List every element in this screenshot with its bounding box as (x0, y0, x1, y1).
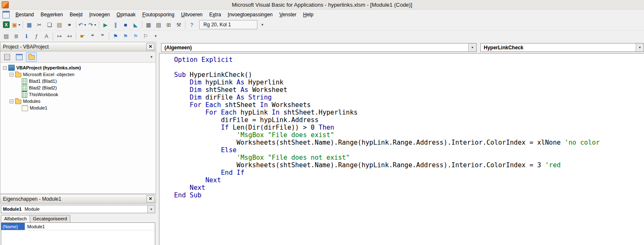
list-properties-button[interactable]: ▤ (1, 31, 11, 41)
collapse-icon[interactable]: − (10, 100, 13, 103)
toolbar-separator (185, 21, 185, 28)
procedure-combo-dropdown-button[interactable]: ▼ (636, 43, 644, 51)
code-editor[interactable]: Option Explicit Sub HyperLinkCheck() Dim… (159, 53, 644, 245)
view-object-button[interactable] (14, 52, 25, 62)
code-line[interactable] (174, 64, 644, 71)
outdent-button[interactable]: ↤ (64, 31, 74, 41)
object-combo-dropdown-button[interactable]: ▼ (468, 43, 476, 51)
properties-panel-close-button[interactable]: ✕ (146, 195, 154, 202)
properties-object-combo[interactable]: Module1 Module ▼ (1, 205, 155, 213)
code-line[interactable]: Else (174, 146, 644, 154)
object-combo[interactable]: (Algemeen) ▼ (161, 43, 477, 52)
menu-bewerken[interactable]: Bewerken (37, 10, 66, 19)
folder-icon (15, 73, 21, 77)
cut-button[interactable]: ✂ (34, 20, 44, 30)
menu-extra[interactable]: Extra (206, 10, 224, 19)
project-panel-close-button[interactable]: ✕ (146, 43, 154, 50)
object-browser-icon: ⊞ (167, 22, 171, 28)
design-mode-button[interactable]: ◣ (131, 20, 141, 30)
code-line[interactable]: End If (174, 169, 644, 176)
find-button[interactable]: ⚭ (64, 20, 74, 30)
property-value-cell[interactable]: Module1 (25, 224, 155, 229)
code-line[interactable]: Next (174, 176, 644, 184)
code-window-icon[interactable] (3, 11, 10, 18)
code-line[interactable]: Next (174, 184, 644, 191)
code-line[interactable]: End Sub (174, 191, 644, 199)
tree-item-blad2[interactable]: −Blad2 (Blad2) (0, 84, 156, 91)
uncomment-block-button[interactable]: ❞ (97, 31, 108, 41)
tree-item-excel-objects-folder[interactable]: −Microsoft Excel -objecten (0, 71, 156, 78)
tab-gecategoriseerd[interactable]: Gecategoriseerd (30, 215, 70, 222)
tree-item-vbaproject[interactable]: −VBAProject (hyperlinks.xlsm) (0, 64, 156, 71)
toggle-folders-button[interactable] (26, 52, 37, 62)
menu-invoegen[interactable]: Invoegen (86, 10, 113, 19)
toggle-bookmark-button[interactable]: ⚑ (110, 31, 121, 41)
copy-button[interactable]: ❏ (44, 20, 54, 30)
previous-bookmark-button[interactable]: ⚑ (131, 31, 141, 41)
break-button[interactable]: ∥ (110, 20, 121, 30)
property-name-cell[interactable]: (Name) (1, 223, 25, 230)
tree-item-label: VBAProject (hyperlinks.xlsm) (16, 65, 81, 70)
menu-uitvoeren[interactable]: Uitvoeren (178, 10, 206, 19)
tree-item-blad1[interactable]: −Blad1 (Blad1) (0, 78, 156, 84)
list-constants-button[interactable]: ≣ (11, 31, 21, 41)
menu-beeld[interactable]: Beeld (66, 10, 86, 19)
code-line[interactable]: If Len(Dir(dirFile)) > 0 Then (174, 124, 644, 131)
parameter-info-button[interactable]: ƒ (31, 31, 41, 41)
menu-venster[interactable]: Venster (276, 10, 300, 19)
toolbox-button[interactable]: ⚒ (174, 20, 184, 30)
tab-alfabetisch[interactable]: Alfabetisch (1, 215, 30, 222)
paste-button[interactable]: ▤ (54, 20, 64, 30)
code-line[interactable]: Option Explicit (174, 56, 644, 64)
view-excel-button[interactable]: X (1, 20, 11, 30)
menu-foutopsporing[interactable]: Foutopsporing (139, 10, 178, 19)
object-browser-button[interactable]: ⊞ (164, 20, 174, 30)
next-bookmark-button[interactable]: ⚑ (121, 31, 131, 41)
insert-userform-button[interactable]: ▣▼ (11, 20, 21, 30)
tree-item-modules-folder[interactable]: −Modules (0, 98, 156, 105)
run-button[interactable]: ▶ (100, 20, 110, 30)
code-line[interactable]: Sub HyperLinkCheck() (174, 71, 644, 79)
complete-word-button[interactable]: A (41, 31, 51, 41)
menu-invoegtoepassingen[interactable]: Invoegtoepassingen (224, 10, 276, 19)
indent-button[interactable]: ↦ (54, 31, 64, 41)
code-line[interactable]: Dim shtSheet As Worksheet (174, 86, 644, 94)
clear-bookmarks-icon: ⚐ (143, 33, 148, 39)
toggle-breakpoint-button[interactable]: ☛ (77, 31, 87, 41)
comment-block-button[interactable]: ❝ (87, 31, 97, 41)
redo-button[interactable]: ↷▼ (87, 20, 97, 30)
code-line[interactable]: 'MsgBox "File does exist" (174, 131, 644, 139)
collapse-icon[interactable]: − (10, 73, 13, 77)
reset-button[interactable]: ■ (121, 20, 131, 30)
toolbar-options-button[interactable]: ▼ (259, 20, 265, 29)
view-code-button[interactable] (2, 52, 13, 62)
tree-item-thisworkbook[interactable]: −ThisWorkbook (0, 91, 156, 98)
collapse-icon[interactable]: − (3, 66, 7, 70)
project-toolbar-options-button[interactable]: ▼ (149, 52, 154, 61)
tree-item-label: Blad1 (Blad1) (29, 79, 57, 84)
help-button[interactable]: ? (187, 20, 197, 30)
code-line[interactable]: For Each shtSheet In Worksheets (174, 101, 644, 109)
code-line[interactable]: dirFile = hypLink.Address (174, 116, 644, 124)
combo-dropdown-button[interactable]: ▼ (147, 205, 155, 213)
code-line[interactable]: Worksheets(shtSheet.Name).Range(hypLink.… (174, 139, 644, 146)
code-line[interactable]: Worksheets(shtSheet.Name).Range(hypLink.… (174, 161, 644, 169)
quick-info-button[interactable]: ℹ (21, 31, 31, 41)
save-button[interactable]: ▦ (24, 20, 34, 30)
code-line[interactable]: For Each hypLink In shtSheet.Hyperlinks (174, 109, 644, 116)
edit-toolbar-options-button[interactable]: ▼ (153, 32, 159, 41)
properties-window-button[interactable]: ▤ (154, 20, 164, 30)
menu-opmaak[interactable]: Opmaak (113, 10, 139, 19)
procedure-combo[interactable]: HyperLinkCheck ▼ (480, 43, 644, 52)
tree-item-module1[interactable]: −Module1 (0, 105, 156, 111)
project-panel-toolbar: ▼ (0, 51, 156, 62)
menu-bestand[interactable]: Bestand (12, 10, 37, 19)
code-line[interactable]: Dim dirFile As String (174, 94, 644, 101)
undo-button[interactable]: ↶▼ (77, 20, 87, 30)
project-explorer-button[interactable]: ▦ (144, 20, 154, 30)
code-line[interactable]: Dim hypLink As Hyperlink (174, 79, 644, 86)
code-line[interactable]: 'MsgBox "File does not exist" (174, 154, 644, 161)
menu-help[interactable]: Help (300, 10, 317, 19)
workbook-icon (22, 91, 27, 98)
clear-bookmarks-button[interactable]: ⚐ (141, 31, 151, 41)
